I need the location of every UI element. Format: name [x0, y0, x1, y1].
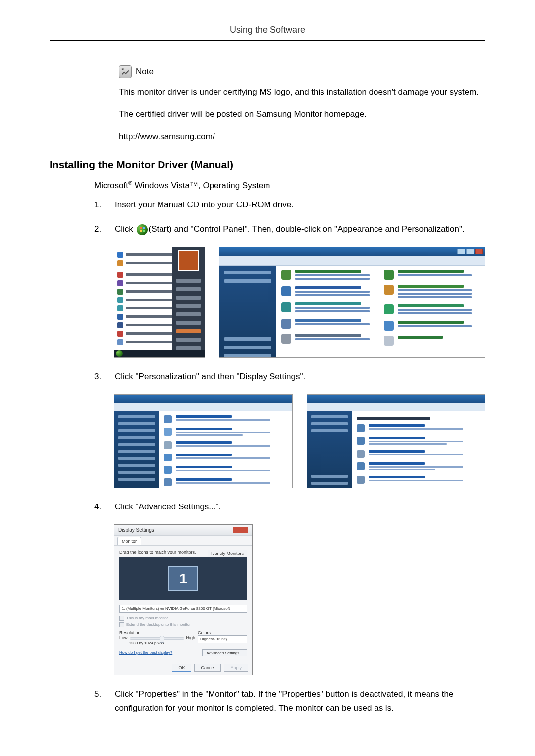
- step2-text-b: (Start) and "Control Panel". Then, doubl…: [149, 224, 465, 234]
- step-number: 1.: [94, 198, 104, 212]
- note-paragraph-1: This monitor driver is under certifying …: [119, 85, 485, 100]
- help-link: How do I get the best display?: [119, 650, 172, 655]
- screenshot-display-settings: Display Settings Monitor Identify Monito…: [114, 524, 253, 675]
- page-header-title: Using the Software: [50, 25, 485, 40]
- step-2: 2. Click (Start) and "Control Panel". Th…: [94, 222, 485, 237]
- step3-screenshots: [114, 394, 485, 488]
- step-5: 5. Click "Properties" in the "Monitor" t…: [94, 687, 485, 716]
- os-tm: ™: [190, 180, 198, 190]
- step-4: 4. Click "Advanced Settings...".: [94, 500, 485, 514]
- footer-rule: [50, 726, 485, 726]
- step2-text-a: Click: [115, 224, 136, 234]
- step-number: 2.: [94, 222, 104, 237]
- advanced-settings-button: Advanced Settings...: [202, 649, 247, 656]
- res-low: Low: [119, 635, 128, 640]
- ok-button: OK: [172, 664, 191, 672]
- resolution-value: 1280 by 1024 pixels: [119, 641, 174, 645]
- close-icon: [475, 249, 483, 254]
- chk2-label: Extend the desktop onto this monitor: [126, 622, 191, 627]
- resolution-label: Resolution:: [119, 630, 195, 635]
- main-monitor-checkbox: This is my main monitor: [119, 616, 247, 621]
- step-body: Click (Start) and "Control Panel". Then,…: [115, 222, 485, 237]
- os-reg: ®: [128, 180, 132, 186]
- colors-select: Highest (32 bit): [198, 635, 247, 643]
- step-body: Click "Advanced Settings...".: [115, 500, 485, 514]
- close-icon: [233, 527, 248, 533]
- colors-label: Colors:: [198, 630, 247, 635]
- screenshot-start-menu: [114, 247, 205, 358]
- step-1: 1. Insert your Manual CD into your CD-RO…: [94, 198, 485, 212]
- step-body: Click "Personalization" and then "Displa…: [115, 370, 485, 384]
- section-title: Installing the Monitor Driver (Manual): [50, 159, 485, 171]
- note-icon: [119, 65, 132, 78]
- dialog-title: Display Settings: [118, 527, 154, 533]
- monitor-preview-area: 1: [119, 557, 247, 600]
- step-number: 3.: [94, 370, 104, 384]
- screenshot-control-panel: [219, 247, 485, 358]
- cancel-button: Cancel: [194, 664, 221, 672]
- extend-desktop-checkbox: Extend the desktop onto this monitor: [119, 622, 247, 627]
- note-url: http://www.samsung.com/: [119, 130, 485, 144]
- windows-start-icon: [137, 224, 148, 235]
- step-number: 5.: [94, 687, 104, 716]
- step-body: Insert your Manual CD into your CD-ROM d…: [115, 198, 485, 212]
- start-orb-icon: [116, 350, 123, 357]
- step-3: 3. Click "Personalization" and then "Dis…: [94, 370, 485, 384]
- chk1-label: This is my main monitor: [126, 616, 168, 620]
- monitor-icon: 1: [168, 566, 198, 591]
- screenshot-personalization: [307, 394, 485, 488]
- monitor-select: 1. (Multiple Monitors) on NVIDIA GeForce…: [119, 605, 247, 613]
- note-label: Note: [136, 67, 154, 77]
- apply-button: Apply: [224, 664, 248, 672]
- header-rule: [50, 40, 485, 41]
- os-suffix: , Operating System: [198, 180, 270, 190]
- identify-monitors-button: Identify Monitors: [208, 550, 247, 557]
- res-high: High: [186, 635, 196, 640]
- tab-monitor: Monitor: [117, 537, 141, 545]
- screenshot-appearance-personalization: [114, 394, 293, 488]
- step-body: Click "Properties" in the "Monitor" tab.…: [115, 687, 485, 716]
- os-line: Microsoft® Windows Vista™, Operating Sys…: [94, 180, 485, 191]
- resolution-slider: [130, 637, 184, 640]
- os-mid: Windows Vista: [132, 180, 190, 190]
- os-prefix: Microsoft: [94, 180, 128, 190]
- note-paragraph-2: The certified driver will be posted on S…: [119, 107, 485, 122]
- note-block: Note This monitor driver is under certif…: [119, 65, 485, 144]
- step-number: 4.: [94, 500, 104, 514]
- step2-screenshots: [114, 247, 485, 358]
